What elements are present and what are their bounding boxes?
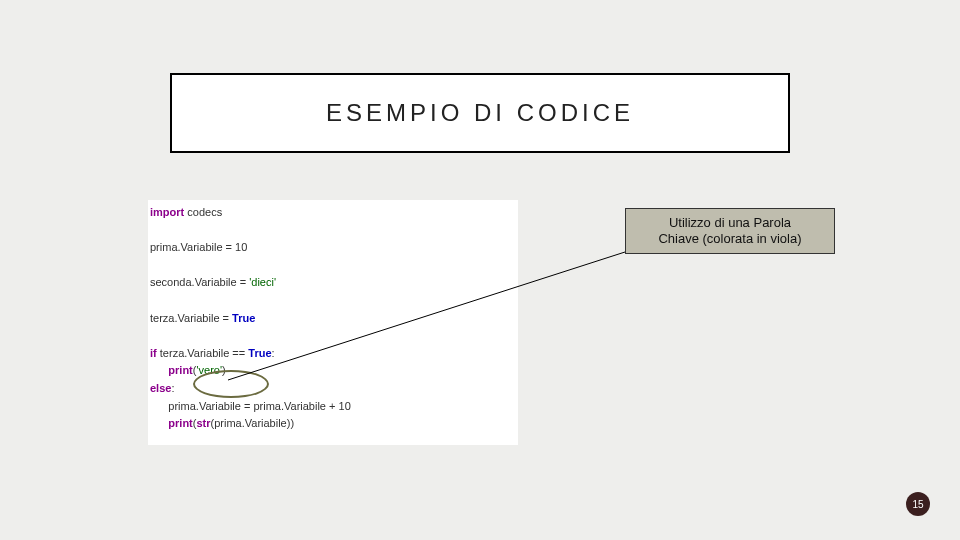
slide-title: ESEMPIO DI CODICE — [326, 99, 634, 127]
callout-line1: Utilizzo di una Parola — [669, 215, 791, 230]
code-line-3: seconda.Variabile = 'dieci' — [150, 274, 516, 292]
keyword-print: print — [168, 364, 192, 376]
slide: ESEMPIO DI CODICE import codecs prima.Va… — [0, 0, 960, 540]
keyword-print: print — [168, 417, 192, 429]
literal-true: True — [248, 347, 271, 359]
callout-line2: Chiave (colorata in viola) — [658, 231, 801, 246]
page-number-badge: 15 — [906, 492, 930, 516]
equals: = — [237, 276, 250, 288]
rparen: ) — [222, 364, 226, 376]
colon: : — [272, 347, 275, 359]
title-container: ESEMPIO DI CODICE — [170, 73, 790, 153]
code-block: import codecs prima.Variabile = 10 secon… — [148, 200, 518, 445]
blank-line — [150, 292, 516, 310]
literal-true: True — [232, 312, 255, 324]
var1-value: 10 — [235, 241, 247, 253]
op-eq: == — [229, 347, 248, 359]
keyword-import: import — [150, 206, 184, 218]
module-name: codecs — [187, 206, 222, 218]
code-line-6: print('vero') — [150, 362, 516, 380]
code-line-8: prima.Variabile = prima.Variabile + 10 — [150, 398, 516, 416]
equals: = — [220, 312, 233, 324]
callout-box: Utilizzo di una Parola Chiave (colorata … — [625, 208, 835, 254]
code-line-7: else: — [150, 380, 516, 398]
cond-var: terza.Variabile — [160, 347, 230, 359]
blank-line — [150, 327, 516, 345]
code-line-5: if terza.Variabile == True: — [150, 345, 516, 363]
code-line-1: import codecs — [150, 204, 516, 222]
var2-value: 'dieci' — [249, 276, 276, 288]
callout-text: Utilizzo di una Parola Chiave (colorata … — [658, 215, 801, 248]
arg-vero: 'vero' — [196, 364, 222, 376]
var3-name: terza.Variabile — [150, 312, 220, 324]
equals: = — [223, 241, 236, 253]
code-line-9: print(str(prima.Variabile)) — [150, 415, 516, 433]
var2-name: seconda.Variabile — [150, 276, 237, 288]
keyword-else: else — [150, 382, 171, 394]
colon: : — [171, 382, 174, 394]
blank-line — [150, 222, 516, 240]
keyword-str: str — [196, 417, 210, 429]
code-line-2: prima.Variabile = 10 — [150, 239, 516, 257]
keyword-if: if — [150, 347, 157, 359]
code-line-4: terza.Variabile = True — [150, 310, 516, 328]
blank-line — [150, 257, 516, 275]
var1-name: prima.Variabile — [150, 241, 223, 253]
assign-line: prima.Variabile = prima.Variabile + 10 — [168, 400, 350, 412]
page-number: 15 — [912, 499, 923, 510]
str-arg: (prima.Variabile)) — [211, 417, 295, 429]
